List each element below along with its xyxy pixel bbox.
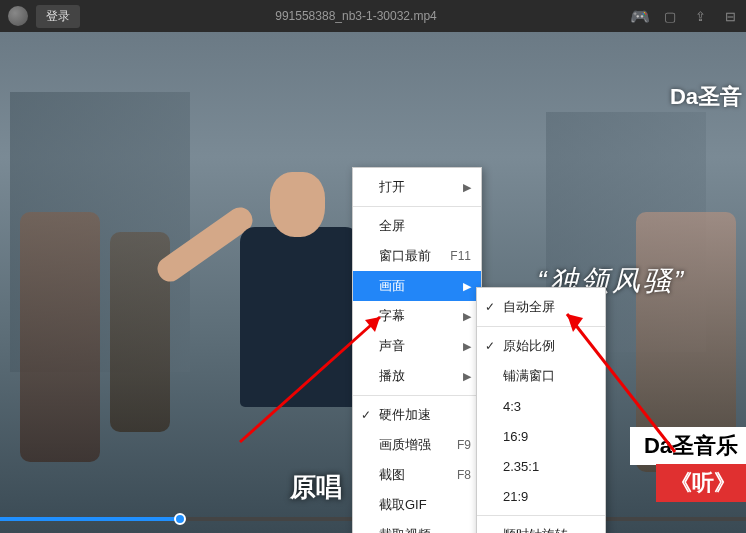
subtitle-text: 原唱 <box>290 470 342 505</box>
chevron-right-icon: ▶ <box>463 280 471 293</box>
check-icon: ✓ <box>485 339 495 353</box>
menu-label: 4:3 <box>503 399 521 414</box>
submenu-auto-fullscreen[interactable]: ✓自动全屏 <box>477 292 605 322</box>
shortcut-label: F11 <box>450 249 471 263</box>
menu-label: 字幕 <box>379 307 405 325</box>
menu-label: 画面 <box>379 277 405 295</box>
submenu-ratio-169[interactable]: 16:9 <box>477 421 605 451</box>
shortcut-label: F8 <box>457 468 471 482</box>
check-icon: ✓ <box>361 408 371 422</box>
menu-label: 硬件加速 <box>379 406 431 424</box>
menu-label: 截图 <box>379 466 405 484</box>
menu-ontop[interactable]: 窗口最前F11 <box>353 241 481 271</box>
gamepad-icon[interactable]: 🎮 <box>632 8 648 24</box>
chevron-right-icon: ▶ <box>463 181 471 194</box>
menu-screenshot[interactable]: 截图F8 <box>353 460 481 490</box>
progress-thumb[interactable] <box>174 513 186 525</box>
menu-label: 播放 <box>379 367 405 385</box>
submenu-rotate-cw[interactable]: 顺时针旋转 <box>477 520 605 533</box>
submenu-fill-window[interactable]: 铺满窗口 <box>477 361 605 391</box>
menu-picture[interactable]: 画面▶ <box>353 271 481 301</box>
menu-play[interactable]: 播放▶ <box>353 361 481 391</box>
title-badge: 《听》 <box>656 464 746 502</box>
menu-label: 2.35:1 <box>503 459 539 474</box>
submenu-ratio-2351[interactable]: 2.35:1 <box>477 451 605 481</box>
menu-label: 自动全屏 <box>503 298 555 316</box>
menu-sound[interactable]: 声音▶ <box>353 331 481 361</box>
chevron-right-icon: ▶ <box>463 370 471 383</box>
menu-label: 窗口最前 <box>379 247 431 265</box>
screen-icon[interactable]: ▢ <box>662 8 678 24</box>
context-menu: 打开▶ 全屏 窗口最前F11 画面▶ 字幕▶ 声音▶ 播放▶ ✓硬件加速 画质增… <box>352 167 482 533</box>
chevron-right-icon: ▶ <box>463 340 471 353</box>
menu-separator <box>477 515 605 516</box>
login-button[interactable]: 登录 <box>36 5 80 28</box>
menu-label: 顺时针旋转 <box>503 526 568 533</box>
share-icon[interactable]: ⇪ <box>692 8 708 24</box>
video-viewport[interactable]: Da圣音 “独领风骚” Da圣音乐 《听》 原唱 打开▶ 全屏 窗口最前F11 … <box>0 32 746 533</box>
chevron-right-icon: ▶ <box>463 310 471 323</box>
menu-enhance[interactable]: 画质增强F9 <box>353 430 481 460</box>
menu-separator <box>477 326 605 327</box>
menu-label: 画质增强 <box>379 436 431 454</box>
submenu-ratio-43[interactable]: 4:3 <box>477 391 605 421</box>
menu-label: 截取视频 <box>379 526 431 533</box>
menu-label: 全屏 <box>379 217 405 235</box>
progress-fill <box>0 517 180 521</box>
menu-clip[interactable]: 截取视频 <box>353 520 481 533</box>
context-submenu-picture: ✓自动全屏 ✓原始比例 铺满窗口 4:3 16:9 2.35:1 21:9 顺时… <box>476 287 606 533</box>
app-logo-icon <box>8 6 28 26</box>
channel-badge: Da圣音乐 <box>630 427 746 465</box>
folder-icon[interactable]: ⊟ <box>722 8 738 24</box>
menu-hwaccel[interactable]: ✓硬件加速 <box>353 400 481 430</box>
watermark-top: Da圣音 <box>670 82 746 112</box>
menu-label: 截取GIF <box>379 496 427 514</box>
menu-separator <box>353 206 481 207</box>
shortcut-label: F9 <box>457 438 471 452</box>
window-title: 991558388_nb3-1-30032.mp4 <box>80 9 632 23</box>
menu-label: 声音 <box>379 337 405 355</box>
menu-label: 铺满窗口 <box>503 367 555 385</box>
check-icon: ✓ <box>485 300 495 314</box>
submenu-ratio-219[interactable]: 21:9 <box>477 481 605 511</box>
menu-separator <box>353 395 481 396</box>
menu-open[interactable]: 打开▶ <box>353 172 481 202</box>
titlebar: 登录 991558388_nb3-1-30032.mp4 🎮 ▢ ⇪ ⊟ <box>0 0 746 32</box>
submenu-original-ratio[interactable]: ✓原始比例 <box>477 331 605 361</box>
menu-fullscreen[interactable]: 全屏 <box>353 211 481 241</box>
menu-label: 打开 <box>379 178 405 196</box>
menu-label: 16:9 <box>503 429 528 444</box>
menu-label: 21:9 <box>503 489 528 504</box>
menu-gif[interactable]: 截取GIF <box>353 490 481 520</box>
menu-label: 原始比例 <box>503 337 555 355</box>
menu-subtitle[interactable]: 字幕▶ <box>353 301 481 331</box>
